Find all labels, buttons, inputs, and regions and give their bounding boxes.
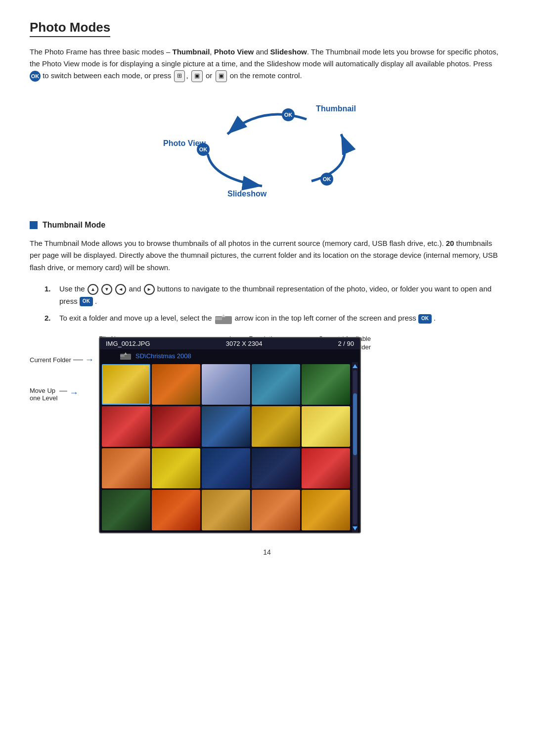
thumb-3[interactable] bbox=[202, 364, 250, 405]
list-1-end: . bbox=[95, 297, 97, 305]
thumb-8[interactable] bbox=[202, 406, 250, 447]
thumb-1[interactable] bbox=[102, 364, 150, 405]
thumb-14[interactable] bbox=[252, 448, 300, 489]
comma1: , bbox=[210, 47, 214, 56]
intro-text-end: to switch between each mode, or press bbox=[41, 71, 173, 80]
ok-small-2: OK bbox=[418, 314, 432, 324]
current-folder-arrow: → bbox=[85, 355, 94, 365]
pf-grid bbox=[100, 362, 360, 532]
remote-btn-1: ⊞ bbox=[174, 70, 185, 82]
ok-top: OK bbox=[282, 108, 295, 121]
thumb-17[interactable] bbox=[152, 490, 200, 530]
section-icon bbox=[30, 221, 38, 229]
slideshow-label: Slideshow bbox=[227, 189, 267, 198]
thumb-20[interactable] bbox=[302, 490, 350, 530]
left-labels: Current Folder → Move Up one Level → bbox=[30, 355, 99, 402]
pf-scrollbar[interactable] bbox=[352, 362, 358, 532]
thumb-10[interactable] bbox=[302, 406, 350, 447]
nav-down-icon: ▼ bbox=[101, 284, 112, 295]
list-2-after: arrow icon in the top left corner of the… bbox=[235, 314, 418, 322]
thumb-13[interactable] bbox=[202, 448, 250, 489]
move-up-row: Move Up one Level → bbox=[30, 387, 99, 402]
remote-text: on the remote control. bbox=[230, 71, 302, 80]
scroll-track bbox=[353, 370, 357, 524]
svg-rect-5 bbox=[120, 355, 125, 357]
intro-paragraph: The Photo Frame has three basic modes – … bbox=[30, 46, 504, 82]
ok-button-inline: OK bbox=[30, 71, 41, 82]
svg-marker-6 bbox=[124, 352, 127, 355]
pf-fileno: 2 / 90 bbox=[338, 340, 354, 347]
thumbnail-mode-body: The Thumbnail Mode allows you to browse … bbox=[30, 237, 504, 274]
mode-diagram: OK OK OK Thumbnail Photo View Slideshow bbox=[30, 97, 504, 206]
scroll-thumb[interactable] bbox=[353, 393, 357, 455]
current-folder-label: Current Folder bbox=[30, 356, 71, 364]
page-title: Photo Modes bbox=[30, 20, 110, 37]
folder-up-icon bbox=[120, 351, 132, 360]
thumb-5[interactable] bbox=[302, 364, 350, 405]
nav-right-icon: ► bbox=[144, 284, 155, 295]
pf-folder-bar: SD\Christmas 2008 bbox=[100, 349, 360, 362]
thumb-16[interactable] bbox=[102, 490, 150, 530]
thumb-15[interactable] bbox=[302, 448, 350, 489]
list-item-1: 1. Use the ▲ ▼ ◄ and ► buttons to naviga… bbox=[44, 283, 504, 308]
diagram-arrows-svg bbox=[163, 99, 371, 203]
ok-right: OK bbox=[320, 173, 333, 186]
move-up-label: Move Up one Level bbox=[30, 387, 57, 402]
list-num-1: 1. bbox=[44, 283, 51, 295]
thumb-4[interactable] bbox=[252, 364, 300, 405]
thumbnail-mode-heading: Thumbnail Mode bbox=[30, 221, 504, 230]
thumb-6[interactable] bbox=[102, 406, 150, 447]
ok-small-1: OK bbox=[80, 297, 93, 306]
thumbnail-bold: Thumbnail bbox=[172, 47, 210, 56]
thumbnail-label: Thumbnail bbox=[316, 104, 356, 113]
nav-up-icon: ▲ bbox=[88, 284, 98, 295]
thumb-7[interactable] bbox=[152, 406, 200, 447]
up-folder-icon bbox=[214, 312, 233, 325]
bold-20: 20 bbox=[446, 239, 454, 247]
intro-text-before: The Photo Frame has three basic modes – bbox=[30, 47, 172, 56]
move-up-arrow: → bbox=[69, 388, 78, 398]
remote-btn-3: ▣ bbox=[216, 70, 227, 82]
thumb-18[interactable] bbox=[202, 490, 250, 530]
photo-frame: IMG_0012.JPG 3072 X 2304 2 / 90 SD\Chris… bbox=[99, 337, 361, 533]
thumb-9[interactable] bbox=[252, 406, 300, 447]
mode-diagram-inner: OK OK OK Thumbnail Photo View Slideshow bbox=[163, 99, 371, 203]
pf-resolution: 3072 X 2304 bbox=[226, 340, 263, 347]
thumb-12[interactable] bbox=[152, 448, 200, 489]
slideshow-bold: Slideshow bbox=[270, 47, 307, 56]
instructions-list: 1. Use the ▲ ▼ ◄ and ► buttons to naviga… bbox=[44, 283, 504, 326]
list-2-before: To exit a folder and move up a level, se… bbox=[59, 314, 214, 322]
thumbnail-mode-label: Thumbnail Mode bbox=[43, 221, 105, 230]
screenshot-section: File Name Image Resolution Current / Ava… bbox=[30, 335, 504, 533]
pf-grid-container bbox=[100, 362, 360, 532]
thumb-2[interactable] bbox=[152, 364, 200, 405]
list-item-2: 2. To exit a folder and move up a level,… bbox=[44, 312, 504, 325]
body-text-1: The Thumbnail Mode allows you to browse … bbox=[30, 239, 446, 247]
pf-filename: IMG_0012.JPG bbox=[106, 340, 150, 347]
current-folder-row: Current Folder → bbox=[30, 355, 99, 365]
thumb-19[interactable] bbox=[252, 490, 300, 530]
page-number: 14 bbox=[30, 548, 504, 556]
photoview-bold: Photo View bbox=[214, 47, 254, 56]
pf-folder-path: SD\Christmas 2008 bbox=[135, 352, 191, 360]
remote-btn-2: ▣ bbox=[191, 70, 203, 82]
thumb-11[interactable] bbox=[102, 448, 150, 489]
scroll-down-btn[interactable] bbox=[353, 526, 357, 530]
scroll-up-btn[interactable] bbox=[353, 364, 357, 368]
list-num-2: 2. bbox=[44, 312, 51, 325]
svg-marker-3 bbox=[222, 314, 225, 317]
and-text: and bbox=[254, 47, 270, 56]
svg-rect-2 bbox=[215, 317, 222, 320]
pf-header: IMG_0012.JPG 3072 X 2304 2 / 90 bbox=[100, 338, 360, 349]
screenshot-row: Current Folder → Move Up one Level → IMG… bbox=[30, 337, 504, 533]
photoview-label: Photo View bbox=[163, 139, 206, 148]
list-2-end: . bbox=[434, 314, 436, 322]
nav-left-icon: ◄ bbox=[115, 284, 126, 295]
